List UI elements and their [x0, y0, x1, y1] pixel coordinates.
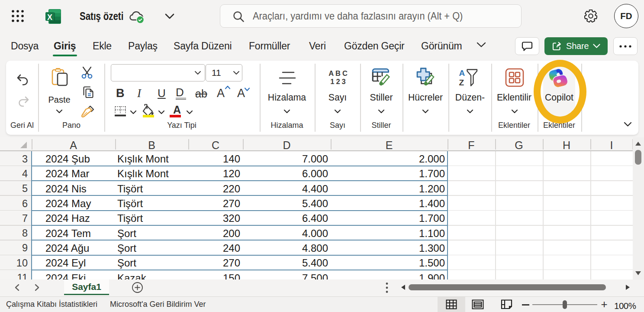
- svg-text:X: X: [47, 13, 52, 22]
- svg-text:Z: Z: [459, 78, 464, 87]
- svg-text:A: A: [459, 68, 465, 78]
